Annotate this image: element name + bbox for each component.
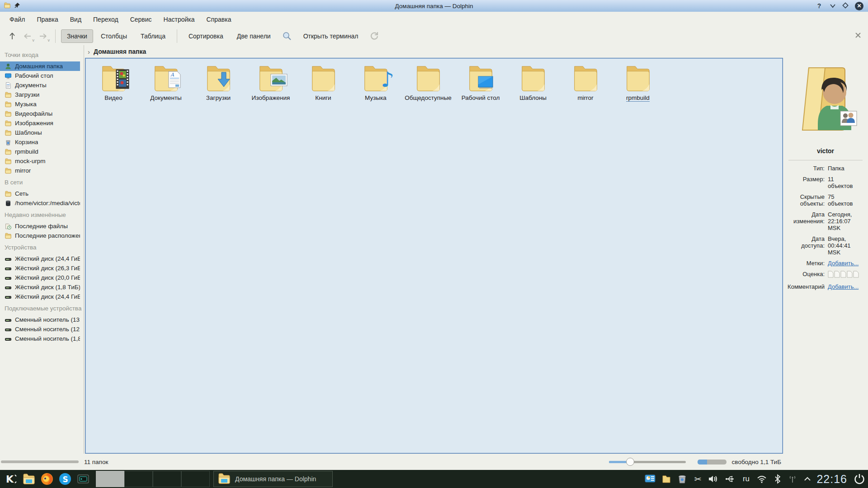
menu-item-6[interactable]: Настройка xyxy=(158,14,201,25)
sidebar-item[interactable]: Сменный носитель (13,3 ГиБ) xyxy=(0,315,80,324)
sidebar-item[interactable]: rpmbuild xyxy=(0,147,80,156)
skype-launcher-icon[interactable]: S xyxy=(57,471,73,487)
sidebar-horizontal-scrollbar[interactable] xyxy=(0,460,80,463)
folder-item[interactable]: Шаблоны xyxy=(507,62,559,102)
folder-item[interactable]: Общедоступные xyxy=(402,62,454,102)
system-monitor-icon[interactable] xyxy=(645,473,656,485)
add-link[interactable]: Добавить... xyxy=(828,283,860,290)
maximize-button[interactable] xyxy=(842,2,849,10)
sidebar-item[interactable]: mock-urpm xyxy=(0,156,80,166)
close-toolbar-icon[interactable] xyxy=(854,32,862,40)
sidebar-item[interactable]: Сменный носитель (1,8 ТиБ) xyxy=(0,334,80,343)
folder-item[interactable]: AДокументы xyxy=(140,62,192,102)
folder-item[interactable]: mirror xyxy=(559,62,612,102)
rating-box-icon[interactable] xyxy=(853,271,859,279)
breadcrumb[interactable]: › Домашняя папка xyxy=(84,45,868,58)
desktop-1[interactable] xyxy=(96,471,124,487)
bluetooth-icon[interactable] xyxy=(773,473,782,485)
sidebar-item[interactable]: Домашняя папка xyxy=(0,61,80,71)
folder-item[interactable]: Изображения xyxy=(245,62,297,102)
folder-item[interactable]: ♪Музыка xyxy=(349,62,402,102)
rating-box-icon[interactable] xyxy=(840,271,846,279)
folder-item[interactable]: Загрузки xyxy=(192,62,245,102)
menu-item-1[interactable]: Файл xyxy=(4,14,31,25)
sidebar-item[interactable]: Жёсткий диск (24,4 ГиБ) xyxy=(0,254,80,263)
view-mode-Столбцы[interactable]: Столбцы xyxy=(95,29,133,43)
toolbar-action-1[interactable]: Сортировка xyxy=(183,29,229,43)
rating-box-icon[interactable] xyxy=(828,271,834,279)
folder-tray-icon[interactable] xyxy=(661,473,671,485)
menu-item-7[interactable]: Справка xyxy=(201,14,237,25)
zoom-slider-knob[interactable] xyxy=(626,458,634,466)
dolphin-launcher-icon[interactable] xyxy=(21,471,37,487)
sidebar-item[interactable]: /home/victor:/media/victor xyxy=(0,198,80,208)
volume-icon[interactable] xyxy=(708,473,719,485)
breadcrumb-current[interactable]: Домашняя папка xyxy=(94,48,146,55)
menu-item-3[interactable]: Вид xyxy=(64,14,87,25)
sidebar-item[interactable]: mirror xyxy=(0,166,80,175)
power-icon[interactable] xyxy=(854,473,865,485)
folder-icon xyxy=(5,101,12,108)
rating-box-icon[interactable] xyxy=(847,271,853,279)
sidebar-item[interactable]: Загрузки xyxy=(0,90,80,99)
desktop-3[interactable] xyxy=(153,471,181,487)
up-arrow-button[interactable] xyxy=(5,30,20,42)
forward-arrow-button[interactable]: v xyxy=(35,30,51,42)
task-button-dolphin[interactable]: Домашняя папка — Dolphin xyxy=(213,471,333,487)
close-button[interactable]: ✕ xyxy=(855,2,863,10)
view-mode-Значки[interactable]: Значки xyxy=(61,29,93,43)
minimize-button[interactable] xyxy=(830,2,836,9)
trash-tray-icon[interactable] xyxy=(677,473,687,485)
back-dropdown-caret[interactable]: v xyxy=(33,38,35,42)
folder-view[interactable]: ВидеоAДокументыЗагрузкиИзображенияКниги♪… xyxy=(85,58,783,454)
back-arrow-button[interactable]: v xyxy=(20,30,35,42)
help-button[interactable]: ? xyxy=(815,2,823,10)
zoom-slider[interactable] xyxy=(609,457,686,466)
rating-widget[interactable] xyxy=(828,271,859,279)
sidebar-item[interactable]: Рабочий стол xyxy=(0,71,80,80)
sidebar-item[interactable]: Сменный носитель (12,7 ГиБ) xyxy=(0,324,80,334)
folder-item[interactable]: Видео xyxy=(87,62,140,102)
folder-item[interactable]: Рабочий стол xyxy=(454,62,507,102)
sidebar-item[interactable]: Последние файлы xyxy=(0,221,80,231)
sidebar-item[interactable]: Изображения xyxy=(0,118,80,128)
sidebar-item[interactable]: Видеофайлы xyxy=(0,109,80,118)
toolbar-action-2[interactable]: Две панели xyxy=(231,29,277,43)
sidebar-item[interactable]: Жёсткий диск (26,3 ГиБ) xyxy=(0,263,80,273)
search-icon[interactable] xyxy=(279,29,295,43)
menu-item-2[interactable]: Правка xyxy=(31,14,64,25)
sidebar-item[interactable]: Последние расположения xyxy=(0,231,80,240)
kde-logo-launcher-icon[interactable]: K xyxy=(3,471,19,487)
firefox-launcher-icon[interactable] xyxy=(39,471,55,487)
folder-item[interactable]: rpmbuild xyxy=(612,62,664,102)
folder-item[interactable]: Книги xyxy=(297,62,349,102)
view-mode-Таблица[interactable]: Таблица xyxy=(135,29,171,43)
sidebar-item[interactable]: Жёсткий диск (1,8 ТиБ) xyxy=(0,282,80,292)
sidebar-item[interactable]: Музыка xyxy=(0,99,80,109)
add-link[interactable]: Добавить... xyxy=(828,260,860,267)
menu-item-4[interactable]: Переход xyxy=(87,14,124,25)
signal-icon[interactable] xyxy=(788,473,797,485)
forward-dropdown-caret[interactable]: v xyxy=(48,38,50,42)
scissors-icon[interactable]: ✂ xyxy=(693,473,702,485)
sidebar-item[interactable]: Сеть xyxy=(0,189,80,198)
sidebar-item[interactable]: Корзина xyxy=(0,137,80,147)
refresh-icon[interactable] xyxy=(367,29,382,43)
menu-item-5[interactable]: Сервис xyxy=(124,14,158,25)
usb-icon[interactable] xyxy=(725,473,736,485)
wifi-icon[interactable] xyxy=(756,473,767,485)
sidebar-item[interactable]: Шаблоны xyxy=(0,128,80,137)
breadcrumb-chevron-icon[interactable]: › xyxy=(88,48,90,56)
sidebar-item[interactable]: Жёсткий диск (24,4 ГиБ) xyxy=(0,292,80,301)
rating-box-icon[interactable] xyxy=(834,271,840,279)
sidebar-item[interactable]: Документы xyxy=(0,80,80,90)
open-terminal-button[interactable]: Открыть терминал xyxy=(297,29,364,43)
desktop-4[interactable] xyxy=(181,471,210,487)
chevron-up-icon[interactable] xyxy=(803,473,812,485)
titlebar[interactable]: Домашняя папка — Dolphin ?✕ xyxy=(0,0,868,12)
desktop-2[interactable] xyxy=(124,471,153,487)
sidebar-item[interactable]: Жёсткий диск (20,0 ГиБ) xyxy=(0,273,80,282)
keyboard-layout-indicator[interactable]: ru xyxy=(741,473,750,485)
clock[interactable]: 22:16 xyxy=(816,473,847,486)
konsole-launcher-icon[interactable] xyxy=(75,471,91,487)
